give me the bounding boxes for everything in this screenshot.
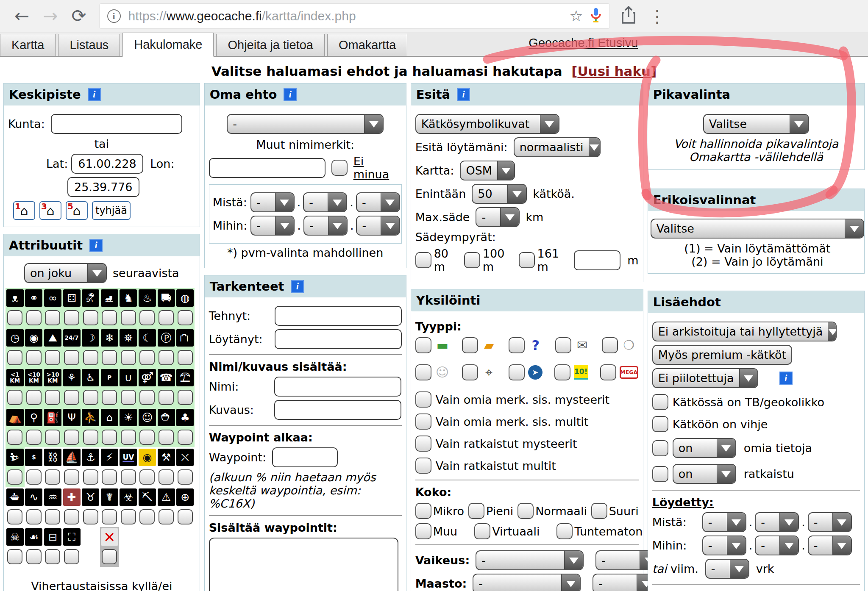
attribute-checkbox[interactable]	[64, 350, 79, 365]
info-icon[interactable]: i	[284, 88, 297, 101]
attribute-icon[interactable]: ⚒	[158, 449, 175, 466]
home-coords-button[interactable]: 5⌂	[66, 201, 88, 220]
attribute-checkbox[interactable]	[64, 509, 79, 524]
attribute-icon[interactable]: ⊕	[176, 488, 194, 506]
attribute-checkbox[interactable]	[139, 310, 155, 325]
attribute-icon[interactable]: ⛵	[63, 449, 81, 466]
attribute-icon[interactable]: ☎	[158, 369, 175, 386]
size-checkbox[interactable]	[556, 523, 573, 539]
attribute-checkbox[interactable]	[64, 469, 79, 485]
attribute-checkbox[interactable]	[26, 310, 42, 325]
attribute-checkbox[interactable]	[178, 430, 193, 445]
pikavalinta-select[interactable]: Valitse	[703, 114, 809, 134]
attribute-checkbox[interactable]	[26, 509, 42, 524]
loytanyt-input[interactable]	[275, 329, 402, 349]
attribute-icon[interactable]: ◉	[139, 449, 156, 466]
cache-type-checkbox[interactable]	[462, 364, 478, 380]
lat-input[interactable]: 61.00.228	[71, 154, 143, 174]
geocache-etusivu-link[interactable]: Geocache.fi Etusivu	[529, 36, 638, 50]
attribute-icon[interactable]: ⛐	[82, 289, 99, 307]
cache-type-checkbox[interactable]	[462, 337, 478, 353]
lon-input[interactable]: 25.39.776	[67, 177, 139, 197]
maasto-select-1[interactable]: -	[473, 574, 581, 591]
attribute-checkbox[interactable]	[121, 310, 136, 325]
attribute-checkbox[interactable]	[159, 390, 174, 405]
attribute-icon[interactable]: ♿	[82, 369, 99, 386]
info-icon[interactable]: i	[89, 239, 103, 252]
attribute-checkbox[interactable]	[64, 549, 79, 564]
waypoint-input[interactable]	[272, 447, 338, 467]
attribute-icon[interactable]: ∪	[120, 369, 137, 386]
attribute-checkbox[interactable]	[83, 509, 98, 524]
attribute-icon[interactable]: ᴥ	[6, 289, 24, 307]
attribute-checkbox[interactable]	[139, 430, 155, 445]
omia-tietoja-select[interactable]: on	[673, 438, 736, 458]
attribute-checkbox[interactable]	[7, 390, 22, 405]
nimi-input[interactable]	[274, 377, 401, 397]
attribute-checkbox[interactable]	[178, 390, 193, 405]
attribute-icon[interactable]: ⊟	[44, 528, 61, 546]
size-checkbox[interactable]	[415, 523, 431, 539]
date-select[interactable]: -	[755, 512, 799, 532]
attribute-icon[interactable]: ⛺	[6, 409, 24, 426]
attribute-icon[interactable]: ∞	[44, 289, 61, 307]
attribute-checkbox[interactable]	[83, 469, 98, 485]
info-icon[interactable]: i	[457, 88, 470, 101]
sisaltaa-waypointit-textarea[interactable]	[209, 538, 398, 591]
type-option-checkbox[interactable]	[415, 458, 431, 474]
cache-type-checkbox[interactable]	[554, 364, 570, 380]
attribute-icon[interactable]: $	[25, 449, 42, 466]
home-coords-button[interactable]: 1⌂	[13, 201, 35, 220]
attribute-icon[interactable]: ⌂	[101, 409, 118, 426]
attribute-icon[interactable]: ⚘	[63, 369, 81, 386]
attribute-icon[interactable]: ⛸	[101, 289, 118, 307]
attribute-icon[interactable]: 24/7	[63, 329, 81, 347]
site-tab[interactable]: Kartta	[0, 34, 56, 56]
maasto-select-2[interactable]: -	[593, 574, 656, 591]
attribute-icon[interactable]: ⛟	[158, 289, 175, 307]
attribute-checkbox[interactable]	[121, 390, 136, 405]
attribute-icon[interactable]: ☤	[101, 488, 118, 506]
attribute-icon[interactable]: ♨	[139, 289, 156, 307]
attribute-icon[interactable]: ∿	[25, 488, 42, 506]
attribute-icon[interactable]: ♉	[82, 488, 99, 506]
attribute-icon[interactable]: ⛰	[44, 329, 61, 347]
date-select[interactable]: -	[303, 192, 347, 212]
attribute-icon[interactable]: ⛓	[44, 449, 61, 466]
attribute-checkbox[interactable]	[26, 390, 42, 405]
date-select[interactable]: -	[808, 512, 852, 532]
share-icon[interactable]	[621, 6, 636, 26]
cache-type-checkbox[interactable]	[602, 337, 618, 353]
date-select[interactable]: -	[356, 192, 400, 212]
attribute-checkbox[interactable]	[64, 310, 79, 325]
attribute-checkbox[interactable]	[45, 509, 60, 524]
attribute-checkbox[interactable]	[159, 430, 174, 445]
attribute-icon[interactable]: ⛹	[82, 409, 99, 426]
cache-type-checkbox[interactable]	[555, 337, 571, 353]
size-checkbox[interactable]	[415, 503, 431, 519]
attribute-checkbox[interactable]	[7, 549, 22, 564]
attribute-icon[interactable]: ⛴	[6, 488, 24, 506]
attribute-icon[interactable]: ⚃	[63, 289, 81, 307]
date-select[interactable]: -	[250, 216, 295, 236]
attribute-icon[interactable]: ⚭	[25, 289, 42, 307]
attribute-checkbox[interactable]	[178, 469, 193, 485]
type-option-checkbox[interactable]	[415, 391, 431, 408]
attribute-icon[interactable]: ⚠	[158, 488, 175, 506]
forward-icon[interactable]: →	[43, 7, 58, 25]
kunta-input[interactable]	[51, 114, 182, 134]
tehnyt-input[interactable]	[275, 306, 402, 326]
attribute-checkbox[interactable]	[139, 350, 155, 365]
attribute-icon[interactable]: ✕	[101, 528, 118, 546]
attribute-icon[interactable]: UV	[120, 449, 137, 466]
size-checkbox[interactable]	[591, 503, 607, 519]
attribute-icon[interactable]: <1 KM	[6, 369, 24, 386]
attribute-checkbox[interactable]	[139, 509, 155, 524]
viim-select[interactable]: -	[705, 559, 749, 579]
attribute-icon[interactable]: Ⓟ	[158, 329, 175, 347]
info-icon[interactable]: i	[88, 88, 101, 101]
attribute-checkbox[interactable]	[83, 310, 98, 325]
date-select[interactable]: -	[808, 536, 852, 555]
oma-ehto-select[interactable]: -	[227, 114, 384, 134]
enintaan-select[interactable]: 50	[472, 184, 527, 204]
